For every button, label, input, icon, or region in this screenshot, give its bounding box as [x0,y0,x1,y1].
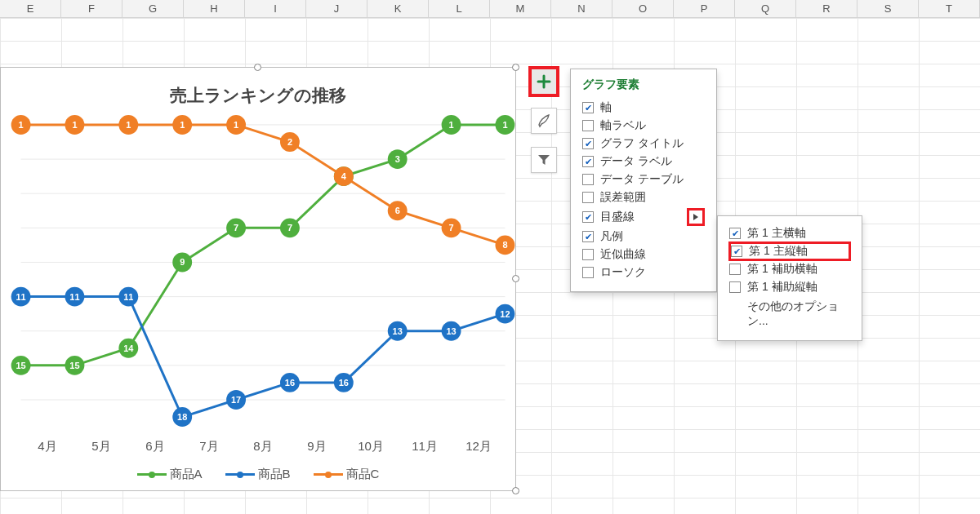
column-header[interactable]: P [674,0,735,17]
chart-element-option[interactable]: ✔データ ラベル [582,153,705,171]
svg-text:1: 1 [126,120,131,130]
legend-item[interactable]: 商品A [137,467,203,482]
svg-text:13: 13 [446,326,456,336]
checkbox-icon: ✔ [582,211,594,223]
gridlines-submenu[interactable]: ✔第 1 主横軸✔第 1 主縦軸第 1 補助横軸第 1 補助縦軸 その他のオプシ… [717,215,862,341]
checkbox-icon: ✔ [582,156,594,167]
svg-text:4: 4 [341,171,347,181]
column-header[interactable]: S [858,0,919,17]
option-label: 目盛線 [600,210,635,224]
x-tick-label: 5月 [74,439,128,454]
chart-element-option[interactable]: データ テーブル [582,171,705,188]
option-label: 誤差範囲 [600,190,646,205]
svg-text:1: 1 [180,120,185,130]
svg-text:11: 11 [16,292,25,302]
option-label: 凡例 [600,229,623,244]
column-header[interactable]: H [184,0,245,17]
svg-text:11: 11 [123,292,133,302]
chart-element-option[interactable]: ✔目盛線 [582,206,705,228]
option-label: ローソク [600,265,646,280]
column-header[interactable]: O [612,0,674,17]
gridline-option[interactable]: 第 1 補助横軸 [729,260,850,278]
option-label: グラフ タイトル [600,136,684,151]
chart-filter-button[interactable] [531,147,557,173]
x-axis-labels: 4月5月6月7月8月9月10月11月12月 [20,439,506,454]
legend-item[interactable]: 商品B [225,467,291,482]
plot-area[interactable]: 1515149774311111111181716161313121111124… [20,117,506,425]
x-tick-label: 6月 [128,439,182,454]
checkbox-icon [729,264,741,275]
column-header[interactable]: G [122,0,184,17]
svg-text:7: 7 [287,223,292,233]
checkbox-icon: ✔ [731,246,742,257]
column-header[interactable]: Q [735,0,796,17]
resize-handle[interactable] [512,64,519,71]
column-header[interactable]: I [245,0,306,17]
chart-title[interactable]: 売上ランキングの推移 [1,84,515,107]
chart-elements-button[interactable] [531,69,557,95]
svg-text:17: 17 [231,395,241,405]
option-label: 第 1 主縦軸 [749,244,808,259]
more-options[interactable]: その他のオプション... [729,296,850,330]
svg-text:16: 16 [339,378,349,388]
submenu-arrow[interactable] [687,208,705,226]
column-header[interactable]: R [796,0,858,17]
svg-text:2: 2 [287,137,292,147]
brush-icon [537,113,551,128]
x-tick-label: 10月 [344,439,398,454]
chart-element-option[interactable]: ✔凡例 [582,228,705,246]
option-label: 第 1 補助縦軸 [747,280,817,295]
svg-text:1: 1 [19,120,24,130]
column-header[interactable]: T [919,0,980,17]
column-header[interactable]: M [490,0,551,17]
chart-element-option[interactable]: 軸ラベル [582,117,705,135]
filter-icon [537,153,550,166]
legend-item[interactable]: 商品C [314,467,380,482]
svg-text:1: 1 [449,120,454,130]
column-header[interactable]: J [306,0,368,17]
resize-handle[interactable] [512,275,519,282]
x-tick-label: 7月 [182,439,236,454]
chart-object[interactable]: 売上ランキングの推移 15151497743111111111817161613… [0,67,516,491]
column-header[interactable]: F [61,0,122,17]
resize-handle[interactable] [254,64,261,71]
column-header[interactable]: E [0,0,61,17]
column-header[interactable]: N [551,0,612,17]
option-label: 第 1 補助横軸 [747,262,817,277]
gridline-option[interactable]: ✔第 1 主縦軸 [729,242,850,260]
svg-text:7: 7 [449,223,454,233]
chart-element-option[interactable]: 誤差範囲 [582,188,705,206]
option-label: データ ラベル [600,154,672,169]
gridline-option[interactable]: ✔第 1 主横軸 [729,224,850,242]
checkbox-icon [729,281,741,293]
checkbox-icon [582,120,594,131]
x-tick-label: 11月 [398,439,452,454]
svg-text:6: 6 [395,206,400,215]
svg-text:1: 1 [234,120,238,130]
column-header[interactable]: K [368,0,429,17]
svg-text:13: 13 [393,326,403,336]
svg-text:15: 15 [16,361,25,370]
x-tick-label: 4月 [20,439,74,454]
chart-styles-button[interactable] [531,108,557,134]
column-header[interactable]: L [429,0,490,17]
gridline-option[interactable]: 第 1 補助縦軸 [729,278,850,296]
x-tick-label: 12月 [452,439,506,454]
chart-element-option[interactable]: ✔グラフ タイトル [582,135,705,153]
chart-element-option[interactable]: ✔軸 [582,99,705,117]
option-label: 近似曲線 [600,247,646,262]
checkbox-icon: ✔ [582,102,594,113]
resize-handle[interactable] [512,487,519,494]
chart-element-option[interactable]: ローソク [582,264,705,281]
svg-text:1: 1 [72,120,77,130]
chart-element-option[interactable]: 近似曲線 [582,246,705,264]
svg-text:9: 9 [180,257,185,267]
legend[interactable]: 商品A商品B商品C [1,467,515,482]
checkbox-icon [582,174,594,185]
svg-text:12: 12 [500,309,510,319]
option-label: データ テーブル [600,172,684,187]
chart-elements-popup[interactable]: グラフ要素 ✔軸軸ラベル✔グラフ タイトル✔データ ラベルデータ テーブル誤差範… [570,69,717,292]
svg-text:14: 14 [123,343,134,353]
svg-text:15: 15 [69,361,79,370]
svg-text:16: 16 [285,378,295,388]
